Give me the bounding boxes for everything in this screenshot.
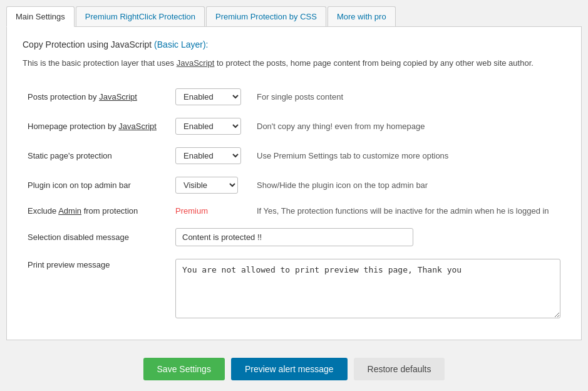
select-homepage-protection[interactable]: Enabled Disabled — [175, 118, 241, 135]
label-plugin-icon: Plugin icon on top admin bar — [23, 170, 170, 200]
label-print-message: Print preview message — [23, 253, 170, 326]
label-selection-message: Selection disabled message — [23, 222, 170, 253]
desc-posts-protection: For single posts content — [252, 82, 565, 112]
premium-badge: Premium — [175, 206, 208, 216]
label-homepage-protection: Homepage protection by JavaScript — [23, 112, 170, 141]
row-selection-message: Selection disabled message — [23, 222, 565, 253]
tab-premium-css[interactable]: Premium Protection by CSS — [206, 6, 326, 26]
label-posts-protection: Posts protection by JavaScript — [23, 82, 170, 112]
tab-premium-rightclick[interactable]: Premium RightClick Protection — [76, 6, 205, 26]
desc-plugin-icon: Show/Hide the plugin icon on the top adm… — [252, 170, 565, 200]
settings-table: Posts protection by JavaScript Enabled D… — [23, 82, 565, 326]
tabs-bar: Main Settings Premium RightClick Protect… — [6, 6, 582, 27]
row-static-page-protection: Static page's protection Enabled Disable… — [23, 141, 565, 170]
buttons-bar: Save Settings Preview alert message Rest… — [6, 352, 582, 387]
select-posts-protection[interactable]: Enabled Disabled — [175, 88, 241, 105]
content-panel: Copy Protection using JavaScript (Basic … — [6, 27, 582, 340]
row-homepage-protection: Homepage protection by JavaScript Enable… — [23, 112, 565, 141]
row-posts-protection: Posts protection by JavaScript Enabled D… — [23, 82, 565, 112]
label-static-page-protection: Static page's protection — [23, 141, 170, 170]
restore-defaults-button[interactable]: Restore defaults — [354, 358, 445, 380]
preview-alert-button[interactable]: Preview alert message — [231, 358, 348, 380]
input-selection-message[interactable] — [175, 228, 413, 246]
select-static-page-protection[interactable]: Enabled Disabled — [175, 147, 241, 164]
tab-more-with-pro[interactable]: More with pro — [328, 6, 396, 26]
row-exclude-admin: Exclude Admin from protection Premium If… — [23, 200, 565, 222]
desc-exclude-admin: If Yes, The protection functions will be… — [252, 200, 565, 222]
section-description: This is the basic protection layer that … — [23, 57, 565, 70]
save-settings-button[interactable]: Save Settings — [143, 358, 225, 380]
row-print-message: Print preview message You are not allowe… — [23, 253, 565, 326]
tab-main-settings[interactable]: Main Settings — [6, 6, 75, 27]
select-plugin-icon[interactable]: Visible Hidden — [175, 177, 238, 194]
section-title: Copy Protection using JavaScript (Basic … — [23, 39, 565, 50]
row-plugin-icon: Plugin icon on top admin bar Visible Hid… — [23, 170, 565, 200]
desc-homepage-protection: Don't copy any thing! even from my homep… — [252, 112, 565, 141]
label-exclude-admin: Exclude Admin from protection — [23, 200, 170, 222]
desc-static-page-protection: Use Premium Settings tab to customize mo… — [252, 141, 565, 170]
textarea-print-message[interactable]: You are not allowed to print preview thi… — [175, 259, 560, 318]
